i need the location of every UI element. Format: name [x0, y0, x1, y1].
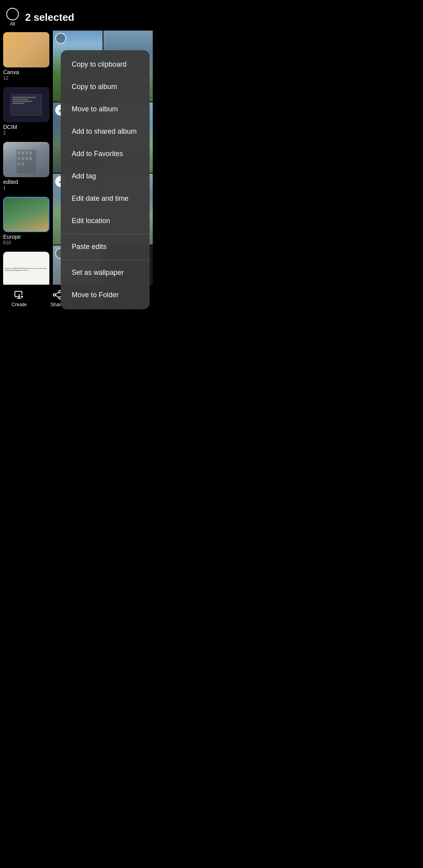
- svg-rect-3: [25, 151, 28, 154]
- menu-item-paste-edits[interactable]: Paste edits: [61, 236, 150, 258]
- menu-divider: [61, 260, 150, 260]
- album-name: edited: [3, 179, 50, 185]
- svg-rect-8: [29, 157, 32, 160]
- menu-item-edit-location[interactable]: Edit location: [61, 210, 150, 232]
- svg-rect-10: [22, 162, 24, 165]
- svg-point-18: [53, 294, 56, 296]
- all-label: All: [10, 21, 15, 27]
- svg-line-21: [56, 296, 59, 298]
- menu-item-edit-date-time[interactable]: Edit date and time: [61, 187, 150, 210]
- main-area: Canva 12 DCIM 2: [0, 31, 153, 288]
- album-thumb-dcim: [3, 87, 49, 122]
- album-name: DCIM: [3, 124, 50, 130]
- svg-rect-6: [22, 157, 24, 160]
- album-thumb-europe: [3, 197, 49, 232]
- photo-check[interactable]: [55, 33, 66, 44]
- menu-item-move-album[interactable]: Move to album: [61, 98, 150, 120]
- selected-count: 2 selected: [25, 11, 74, 24]
- select-all-circle: [6, 8, 19, 20]
- album-count: 12: [3, 75, 50, 81]
- menu-item-move-folder[interactable]: Move to Folder: [61, 284, 150, 306]
- menu-item-add-favorites[interactable]: Add to Favorites: [61, 143, 150, 165]
- context-menu: Copy to clipboard Copy to album Move to …: [61, 50, 150, 309]
- svg-rect-5: [18, 157, 20, 160]
- album-thumb-edited: [3, 142, 49, 177]
- menu-item-set-wallpaper[interactable]: Set as wallpaper: [61, 261, 150, 284]
- menu-item-copy-album[interactable]: Copy to album: [61, 76, 150, 98]
- create-icon: [14, 290, 24, 300]
- menu-item-copy-clipboard[interactable]: Copy to clipboard: [61, 53, 150, 76]
- album-count: 610: [3, 240, 50, 245]
- sidebar: Canva 12 DCIM 2: [0, 31, 53, 288]
- menu-divider: [61, 234, 150, 234]
- album-name: Canva: [3, 69, 50, 75]
- svg-rect-1: [18, 151, 20, 154]
- select-all-button[interactable]: All: [6, 8, 19, 27]
- list-item[interactable]: Staad Pro ETABS SAP2000 Auto Cad Primave…: [3, 252, 50, 288]
- svg-line-20: [56, 292, 59, 294]
- nav-create[interactable]: Create: [0, 290, 38, 307]
- list-item[interactable]: Canva 12: [3, 32, 50, 81]
- album-thumb-canva: [3, 32, 49, 67]
- svg-rect-7: [25, 157, 28, 160]
- album-thumb-facebo: Staad Pro ETABS SAP2000 Auto Cad Primave…: [3, 252, 49, 287]
- list-item[interactable]: DCIM 2: [3, 87, 50, 136]
- menu-item-add-shared[interactable]: Add to shared album: [61, 120, 150, 143]
- album-count: 1: [3, 185, 50, 191]
- album-count: 2: [3, 130, 50, 136]
- album-name: Europe: [3, 234, 50, 240]
- list-item[interactable]: Europe 610: [3, 197, 50, 245]
- list-item[interactable]: edited 1: [3, 142, 50, 191]
- svg-rect-2: [22, 151, 24, 154]
- svg-rect-9: [18, 162, 20, 165]
- header: All 2 selected: [0, 0, 153, 31]
- svg-rect-4: [29, 151, 32, 154]
- nav-create-label: Create: [11, 301, 27, 307]
- menu-item-add-tag[interactable]: Add tag: [61, 165, 150, 187]
